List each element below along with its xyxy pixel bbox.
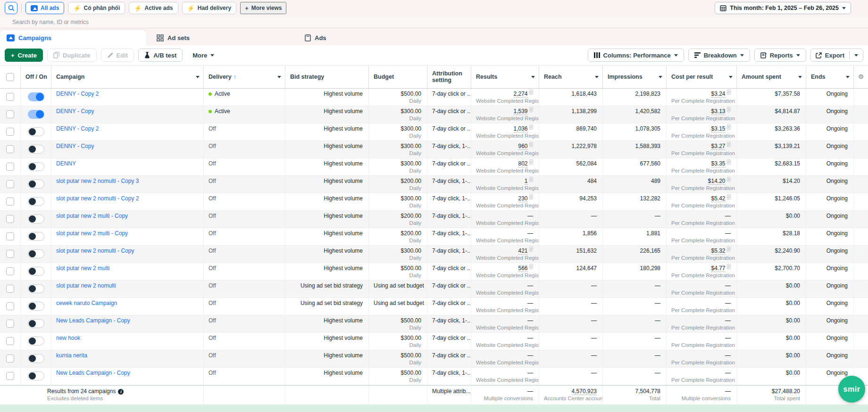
row-checkbox[interactable] <box>6 285 14 293</box>
tab-ads[interactable]: Ads <box>298 30 440 45</box>
bid-strategy-cell: Highest volume <box>285 246 369 263</box>
campaign-name-link[interactable]: cewek naruto Campaign <box>56 300 117 306</box>
attribution-cell: 7-day click, 1-... <box>427 246 471 263</box>
row-checkbox[interactable] <box>6 93 14 101</box>
column-menu-icon[interactable] <box>846 76 850 78</box>
row-checkbox[interactable] <box>6 110 14 118</box>
campaign-toggle[interactable] <box>28 145 44 154</box>
campaign-name-link[interactable]: DENNY <box>56 160 76 167</box>
row-checkbox[interactable] <box>6 267 14 275</box>
campaign-toggle[interactable] <box>28 214 44 223</box>
column-header-results[interactable]: Results <box>471 66 539 88</box>
select-all-checkbox[interactable] <box>6 73 14 81</box>
campaign-toggle[interactable] <box>28 284 44 293</box>
row-checkbox[interactable] <box>6 337 14 345</box>
row-checkbox[interactable] <box>6 372 14 380</box>
column-header-campaign[interactable]: Campaign <box>51 66 204 88</box>
gear-icon[interactable]: ⚙ <box>858 74 864 80</box>
row-checkbox[interactable] <box>6 180 14 188</box>
row-checkbox[interactable] <box>6 128 14 136</box>
campaign-toggle[interactable] <box>28 354 44 363</box>
campaign-toggle[interactable] <box>28 180 44 189</box>
tab-ad-sets[interactable]: Ad sets <box>150 30 294 45</box>
campaign-toggle[interactable] <box>28 162 44 171</box>
campaign-toggle[interactable] <box>28 197 44 206</box>
column-header-delivery[interactable]: Delivery↑ <box>204 66 285 88</box>
column-header-ends[interactable]: Ends <box>806 66 854 88</box>
column-menu-icon[interactable] <box>531 76 535 78</box>
campaign-name-link[interactable]: DENNY - Copy <box>56 143 94 149</box>
campaign-name-link[interactable]: kurnia nerita <box>56 352 87 359</box>
row-checkbox[interactable] <box>6 250 14 258</box>
column-menu-icon[interactable] <box>196 76 200 78</box>
smir-widget-button[interactable]: smir <box>838 376 865 403</box>
campaign-toggle[interactable] <box>28 319 44 328</box>
campaign-name-link[interactable]: new hook <box>56 335 80 341</box>
campaign-toggle[interactable] <box>28 337 44 346</box>
campaign-name-link[interactable]: slot putar new 2 nomulti - Copy 2 <box>56 195 139 202</box>
campaign-name-link[interactable]: DENNY - Copy <box>56 108 94 115</box>
column-header-cost-per-result[interactable]: Cost per result <box>667 66 737 88</box>
column-menu-icon[interactable] <box>277 76 281 78</box>
search-input[interactable] <box>12 19 437 25</box>
campaign-toggle[interactable] <box>28 127 44 136</box>
results-sub: Website Completed Registr... <box>476 115 533 122</box>
column-header-impressions[interactable]: Impressions <box>603 66 667 88</box>
campaign-toggle[interactable] <box>28 110 44 119</box>
campaign-toggle[interactable] <box>28 302 44 311</box>
campaign-toggle[interactable] <box>28 267 44 276</box>
export-button[interactable]: Export <box>811 49 849 61</box>
campaign-name-link[interactable]: slot putar new 2 multi <box>56 265 109 272</box>
campaign-name-link[interactable]: slot putar new 2 multi - Copy <box>56 230 128 237</box>
row-checkbox[interactable] <box>6 320 14 328</box>
column-menu-icon[interactable] <box>595 76 599 78</box>
reports-button[interactable]: Reports <box>754 49 806 62</box>
column-header-reach[interactable]: Reach <box>539 66 603 88</box>
column-header-bid-strategy[interactable]: Bid strategy <box>285 66 369 88</box>
campaign-name-link[interactable]: slot putar new 2 nomulti - Copy 3 <box>56 178 139 184</box>
breakdown-button[interactable]: Breakdown <box>688 49 750 62</box>
row-checkbox[interactable] <box>6 163 14 171</box>
edit-button[interactable]: Edit <box>101 49 134 62</box>
column-menu-icon[interactable] <box>798 76 802 78</box>
search-button[interactable] <box>5 2 17 14</box>
more-views-button[interactable]: + More views <box>240 2 286 14</box>
info-icon[interactable]: i <box>118 389 124 395</box>
column-header-attribution-setting[interactable]: Attribution setting <box>427 66 471 88</box>
column-header-budget[interactable]: Budget <box>369 66 427 88</box>
campaign-name-link[interactable]: DENNY - Copy 2 <box>56 91 99 97</box>
view-chip-had-delivery[interactable]: ⚡ Had delivery <box>182 2 237 14</box>
campaign-toggle[interactable] <box>28 232 44 241</box>
create-button[interactable]: + Create <box>5 49 43 62</box>
row-checkbox-cell <box>0 158 21 175</box>
ab-test-button[interactable]: A/B test <box>138 49 183 62</box>
row-checkbox[interactable] <box>6 215 14 223</box>
column-menu-icon[interactable] <box>729 76 733 78</box>
campaign-name-link[interactable]: New Leads Campaign - Copy <box>56 317 130 324</box>
view-chip-co-phan-phoi[interactable]: ⚡ Có phân phối <box>68 2 125 14</box>
campaign-toggle[interactable] <box>28 371 44 380</box>
row-checkbox[interactable] <box>6 232 14 240</box>
campaign-name-link[interactable]: DENNY - Copy 2 <box>56 125 99 132</box>
campaign-toggle[interactable] <box>28 249 44 258</box>
column-header-off-on[interactable]: Off / On <box>21 66 51 88</box>
campaign-name-link[interactable]: slot putar new 2 multi - Copy <box>56 213 128 219</box>
campaign-name-link[interactable]: slot putar new 2 nomulti - Copy <box>56 247 134 254</box>
campaign-name-link[interactable]: New Leads Campaign - Copy <box>56 370 130 376</box>
columns-button[interactable]: Columns: Performance <box>588 49 684 62</box>
more-button[interactable]: More <box>187 49 220 62</box>
view-chip-active-ads[interactable]: ⚡ Active ads <box>129 2 178 14</box>
column-menu-icon[interactable] <box>659 76 662 78</box>
row-checkbox[interactable] <box>6 354 14 363</box>
tab-campaigns[interactable]: Campaigns <box>0 30 146 45</box>
export-options-button[interactable] <box>850 49 863 61</box>
column-header-amount-spent[interactable]: Amount spent <box>737 66 806 88</box>
duplicate-button[interactable]: Duplicate <box>47 49 97 62</box>
campaign-name-link[interactable]: slot putar new 2 nomulti <box>56 282 116 289</box>
row-checkbox[interactable] <box>6 145 14 153</box>
row-checkbox[interactable] <box>6 302 14 310</box>
date-range-button[interactable]: This month: Feb 1, 2025 – Feb 26, 2025 <box>715 2 851 14</box>
view-chip-all-ads[interactable]: All ads <box>25 2 64 14</box>
row-checkbox[interactable] <box>6 198 14 206</box>
campaign-toggle[interactable] <box>28 92 44 101</box>
